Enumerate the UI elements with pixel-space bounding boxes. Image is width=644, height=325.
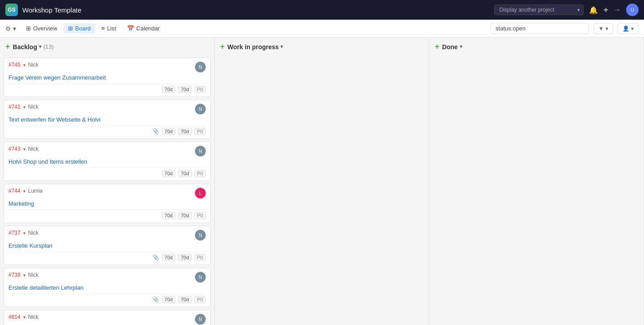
- card-time1: 70d: [162, 128, 175, 135]
- card-id-chevron[interactable]: ▾: [23, 63, 25, 68]
- user-avatar[interactable]: U: [626, 4, 639, 16]
- card-title[interactable]: Frage Verein wegen Zusammenarbeit: [8, 74, 206, 81]
- board-container: + Backlog ▾ (13) #745 ▾ Nick N Frage Ver…: [0, 38, 644, 325]
- user-filter-button[interactable]: 👤 ▾: [618, 23, 639, 34]
- settings-icon[interactable]: ⚙ ▾: [5, 25, 16, 32]
- card-footer: 📎 70d 70d P0: [8, 128, 206, 135]
- filter-icon: ▼: [598, 25, 604, 32]
- card-time1: 70d: [162, 86, 175, 93]
- column-header-backlog: + Backlog ▾ (13): [0, 38, 214, 56]
- card-avatar: N: [195, 272, 206, 283]
- card-priority: P0: [195, 86, 206, 93]
- card-top: #744 ▾ Lumia L: [8, 188, 206, 198]
- calendar-icon: 📅: [127, 25, 134, 32]
- card-title[interactable]: Marketing: [8, 200, 206, 207]
- card-priority: P0: [195, 296, 206, 303]
- card-id-chevron[interactable]: ▾: [23, 147, 25, 152]
- card-time1: 70d: [162, 254, 175, 261]
- app-title: Workshop Template: [22, 6, 490, 14]
- card-meta: #738 ▾ Nick: [8, 272, 38, 278]
- column-header-wip: + Work in progress ▾: [215, 38, 429, 56]
- card-top: #814 ▾ Nick N: [8, 314, 206, 325]
- app-logo: GS: [5, 4, 18, 16]
- attachment-icon: 📎: [153, 296, 159, 303]
- card-time2: 70d: [178, 86, 191, 93]
- card-top: #745 ▾ Nick N: [8, 62, 206, 72]
- backlog-chevron[interactable]: ▾: [39, 44, 42, 50]
- card-top: #738 ▾ Nick N: [8, 272, 206, 283]
- card-footer: 📎 70d 70d P0: [8, 254, 206, 261]
- attachment-icon: 📎: [153, 254, 159, 261]
- add-done-button[interactable]: +: [435, 42, 440, 51]
- card-priority: P0: [195, 170, 206, 177]
- card-id-chevron[interactable]: ▾: [23, 105, 25, 110]
- card-id[interactable]: #737: [8, 230, 21, 236]
- status-search[interactable]: [491, 23, 589, 34]
- card-meta: #744 ▾ Lumia: [8, 188, 42, 194]
- add-wip-button[interactable]: +: [220, 42, 225, 51]
- card-author: Nick: [28, 104, 38, 110]
- arrow-icon[interactable]: →: [614, 6, 621, 14]
- bell-icon[interactable]: 🔔: [589, 6, 598, 14]
- card-743: #743 ▾ Nick N Holvi Shop und Items erste…: [4, 142, 211, 181]
- card-avatar: N: [195, 104, 206, 114]
- card-priority: P0: [195, 254, 206, 261]
- column-backlog: + Backlog ▾ (13) #745 ▾ Nick N Frage Ver…: [0, 38, 215, 325]
- card-time2: 70d: [178, 254, 191, 261]
- tab-board[interactable]: ⊞ Board: [64, 23, 95, 34]
- card-id-chevron[interactable]: ▾: [23, 189, 25, 194]
- card-author: Nick: [28, 62, 38, 68]
- wip-cards: [215, 56, 429, 325]
- card-author: Lumia: [28, 188, 43, 194]
- card-time2: 70d: [178, 170, 191, 177]
- wip-chevron[interactable]: ▾: [280, 44, 283, 50]
- card-time1: 70d: [162, 212, 175, 219]
- tab-overview[interactable]: ⊞ Overview: [21, 23, 62, 34]
- card-id[interactable]: #814: [8, 314, 21, 320]
- column-header-done: + Done ▾: [429, 38, 644, 56]
- project-dropdown[interactable]: Display another project: [494, 4, 584, 15]
- tab-calendar[interactable]: 📅 Calendar: [123, 23, 165, 34]
- project-dropdown-wrapper[interactable]: Display another project: [494, 4, 584, 15]
- card-id[interactable]: #741: [8, 104, 21, 110]
- card-meta: #741 ▾ Nick: [8, 104, 38, 110]
- card-814: #814 ▾ Nick N Feedback von Moritz <15m <…: [4, 310, 211, 325]
- card-title[interactable]: Text entwerfen für Webseite & Holvi: [8, 116, 206, 123]
- card-avatar: L: [195, 188, 206, 198]
- card-priority: P0: [195, 212, 206, 219]
- board-icon: ⊞: [68, 25, 73, 32]
- card-id[interactable]: #743: [8, 146, 21, 152]
- card-id[interactable]: #744: [8, 188, 21, 194]
- attachment-icon: 📎: [153, 128, 159, 135]
- card-avatar: N: [195, 62, 206, 72]
- card-id-chevron[interactable]: ▾: [23, 231, 25, 236]
- card-time1: 70d: [162, 170, 175, 177]
- column-wip: + Work in progress ▾: [215, 38, 429, 325]
- card-time2: 70d: [178, 212, 191, 219]
- card-footer: 📎 70d 70d P0: [8, 296, 206, 303]
- card-meta: #745 ▾ Nick: [8, 62, 38, 68]
- filter-chevron: ▾: [606, 25, 608, 32]
- card-id[interactable]: #745: [8, 62, 21, 68]
- tab-list[interactable]: ≡ List: [97, 23, 121, 34]
- card-id-chevron[interactable]: ▾: [23, 273, 25, 278]
- card-title[interactable]: Erstelle detaillierten Lehrplan: [8, 284, 206, 291]
- card-top: #741 ▾ Nick N: [8, 104, 206, 114]
- user-filter-chevron: ▾: [631, 25, 634, 32]
- backlog-title: Backlog ▾ (13): [13, 43, 54, 51]
- add-backlog-button[interactable]: +: [5, 42, 10, 51]
- card-id-chevron[interactable]: ▾: [23, 315, 25, 320]
- plus-icon[interactable]: +: [603, 5, 608, 15]
- card-time1: 70d: [162, 296, 175, 303]
- card-time2: 70d: [178, 296, 191, 303]
- card-id[interactable]: #738: [8, 272, 21, 278]
- card-top: #737 ▾ Nick N: [8, 230, 206, 241]
- done-chevron[interactable]: ▾: [460, 44, 462, 50]
- card-744: #744 ▾ Lumia L Marketing 70d 70d P0: [4, 184, 211, 223]
- card-author: Nick: [28, 230, 38, 236]
- filter-button[interactable]: ▼ ▾: [593, 23, 613, 34]
- overview-icon: ⊞: [26, 25, 31, 32]
- card-title[interactable]: Erstelle Kursplan: [8, 242, 206, 249]
- card-745: #745 ▾ Nick N Frage Verein wegen Zusamme…: [4, 58, 211, 97]
- card-title[interactable]: Holvi Shop und Items erstellen: [8, 158, 206, 165]
